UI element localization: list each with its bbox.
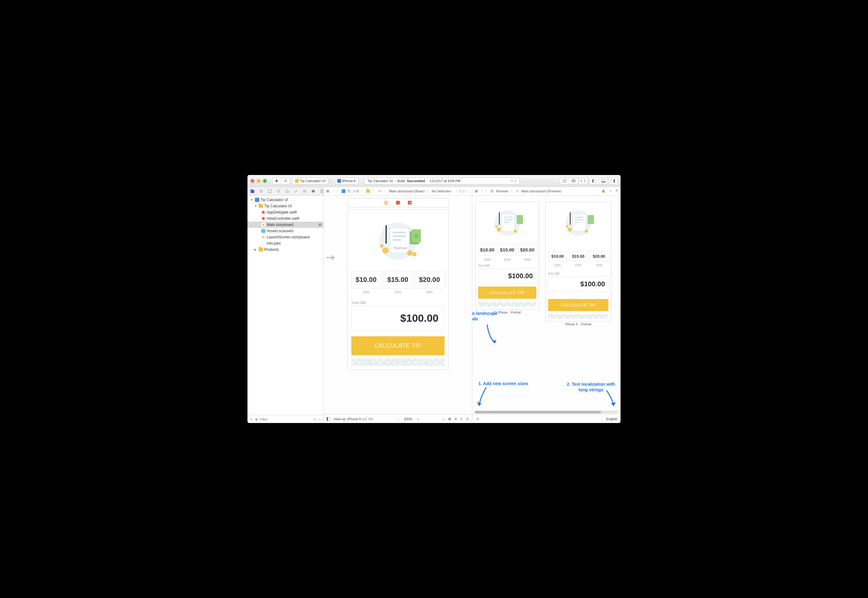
svg-rect-16: [268, 190, 271, 193]
bill-field[interactable]: $100.00: [351, 306, 444, 330]
scene-dock[interactable]: [347, 198, 449, 207]
jump-l3[interactable]: No Selection: [432, 189, 451, 193]
minimize-window[interactable]: [257, 179, 260, 183]
version-editor-button[interactable]: [578, 178, 588, 184]
tip-option-2[interactable]: $15.00: [498, 244, 516, 256]
filter-scope-icon[interactable]: ◉: [255, 417, 258, 422]
assistant-forward-button[interactable]: 〉: [485, 189, 488, 193]
tree-group-products[interactable]: ▶ Products: [247, 247, 323, 253]
view-controller-view[interactable]: Thank you!: [347, 209, 449, 370]
assistant-l2[interactable]: Main.storyboard (Preview): [521, 189, 561, 193]
preview-caption-iphone[interactable]: iPhone | Portrait: [475, 311, 539, 314]
bill-field[interactable]: $100.00: [548, 277, 608, 292]
calculate-button[interactable]: CALCULATE TIP: [478, 287, 536, 299]
file-label: ViewController.swift: [267, 216, 299, 221]
ib-canvas[interactable]: Thank you!: [324, 196, 472, 414]
tree-file-viewcontroller[interactable]: ViewController.swift: [247, 215, 323, 221]
scheme-selector[interactable]: Tip Calculator UI 〉 iPhone 8: [292, 178, 358, 184]
tree-group[interactable]: ▼ Tip Calculator UI: [247, 203, 323, 209]
source-control-navigator-icon[interactable]: [259, 189, 263, 193]
tip-option-1[interactable]: $10.00: [548, 251, 567, 262]
horizontal-scrollbar[interactable]: [475, 411, 618, 414]
tip-option-1[interactable]: $10.00: [351, 271, 381, 289]
tip-option-3[interactable]: $20.00: [590, 251, 608, 262]
filter-input[interactable]: [260, 417, 311, 421]
assistant-l1[interactable]: Preview: [496, 189, 508, 193]
project-navigator-icon[interactable]: [251, 189, 254, 193]
tree-file-infoplist[interactable]: Info.plist: [247, 240, 323, 247]
resolve-icon[interactable]: ⊞: [454, 417, 457, 421]
zoom-in-button[interactable]: +: [415, 417, 421, 421]
bill-field[interactable]: $100.00: [478, 269, 536, 284]
find-navigator-icon[interactable]: [277, 189, 280, 193]
calculate-button[interactable]: CALCULATE TIP: [351, 336, 444, 355]
preview-iphone[interactable]: $10.00 $15.00 $20.00 10% 15% 20% Your Bi…: [475, 202, 539, 408]
zoom-out-button[interactable]: −: [395, 417, 400, 421]
preview-language-selector[interactable]: English: [606, 417, 617, 421]
close-assistant-button[interactable]: ✕: [615, 189, 618, 193]
zoom-level[interactable]: 100%: [404, 417, 412, 421]
toggle-debug-button[interactable]: [599, 178, 608, 184]
close-window[interactable]: [251, 179, 254, 183]
preview-iphonex[interactable]: $10.00 $15.00 $20.00 10% 15% 20% Your Bi…: [545, 202, 611, 408]
issue-navigator-icon[interactable]: [285, 189, 289, 193]
warning-count[interactable]: ⚠ 1: [510, 179, 516, 183]
debug-navigator-icon[interactable]: [303, 189, 307, 193]
assistant-jump-bar[interactable]: ▦ 〈 〉 Preview 〉 Main.storyboard (Preview…: [472, 187, 621, 196]
add-assistant-button[interactable]: ＋: [609, 189, 612, 193]
navigator-tabbar: [247, 187, 323, 196]
related-items-icon[interactable]: ▦: [475, 189, 478, 193]
preview-caption-iphonex[interactable]: iPhone X | Portrait: [545, 323, 611, 326]
svg-rect-63: [570, 212, 571, 225]
calculate-button[interactable]: CALCULATE TIP: [548, 299, 608, 311]
target-name: iPhone 8: [342, 179, 356, 183]
tip-option-2[interactable]: $15.00: [569, 251, 588, 262]
assistant-back-button[interactable]: 〈: [480, 189, 483, 193]
symbol-navigator-icon[interactable]: [268, 189, 272, 193]
run-button[interactable]: [272, 178, 281, 184]
toggle-outline-icon[interactable]: [327, 417, 331, 421]
activity-viewer[interactable]: Tip Calculator UI | Build Succeeded | 11…: [364, 178, 520, 184]
tip-option-3[interactable]: $20.00: [415, 271, 444, 289]
related-items-icon[interactable]: ▦: [326, 189, 329, 193]
svg-rect-52: [499, 212, 500, 225]
lock-icon[interactable]: 🔒: [601, 189, 606, 193]
scm-filter-icon[interactable]: ▭: [318, 417, 322, 422]
jump-l1[interactable]: Ti…r UI: [347, 189, 359, 193]
back-button[interactable]: 〈: [331, 189, 335, 193]
toggle-navigator-button[interactable]: [590, 178, 599, 184]
standard-editor-button[interactable]: [560, 178, 569, 184]
tree-root[interactable]: ▼ Tip Calculator UI: [247, 197, 323, 203]
constraints-icon[interactable]: ⊟: [466, 417, 469, 421]
recent-filter-icon[interactable]: ◷: [313, 417, 316, 422]
zoom-window[interactable]: [263, 179, 267, 183]
tip-option-3[interactable]: $20.00: [518, 244, 536, 256]
embed-icon[interactable]: ⊡: [460, 417, 463, 421]
tip-option-2[interactable]: $15.00: [383, 271, 413, 289]
test-navigator-icon[interactable]: [294, 189, 298, 193]
trait-view-as[interactable]: View as: iPhone 8 (wC hR): [334, 417, 373, 421]
jump-l2[interactable]: Main.storyboard (Base): [389, 189, 424, 193]
stop-button[interactable]: [281, 178, 290, 184]
svg-rect-0: [284, 179, 287, 182]
breakpoint-navigator-icon[interactable]: [311, 189, 315, 193]
add-preview-button[interactable]: ＋: [475, 416, 480, 422]
first-responder-icon: [396, 200, 400, 205]
tree-file-appdelegate[interactable]: AppDelegate.swift: [247, 209, 323, 215]
forward-button[interactable]: 〉: [337, 189, 340, 193]
align-icon[interactable]: ⎌: [443, 417, 445, 421]
pin-icon[interactable]: ▣: [448, 417, 451, 421]
tree-file-assets[interactable]: Assets.xcassets: [247, 228, 323, 234]
tree-file-launchscreen[interactable]: LaunchScreen.storyboard: [247, 234, 323, 240]
assistant-editor-button[interactable]: [569, 178, 578, 184]
toggle-inspector-button[interactable]: [608, 178, 617, 184]
bill-label: Your Bill: [478, 264, 536, 267]
status-result: Succeeded: [407, 179, 425, 183]
add-button[interactable]: ＋: [249, 417, 253, 422]
file-warning-indicator[interactable]: 〈 ⚠ 1 〉: [454, 189, 470, 193]
report-navigator-icon[interactable]: [320, 189, 324, 193]
jump-bar[interactable]: ▦ 〈 〉 Ti…r UI 〉 〉 〉 Main.storyboard (Bas…: [324, 187, 472, 196]
exit-icon: [407, 200, 412, 205]
tip-option-1[interactable]: $10.00: [478, 244, 496, 256]
tree-file-mainstoryboard[interactable]: Main.storyboard M: [247, 221, 323, 228]
